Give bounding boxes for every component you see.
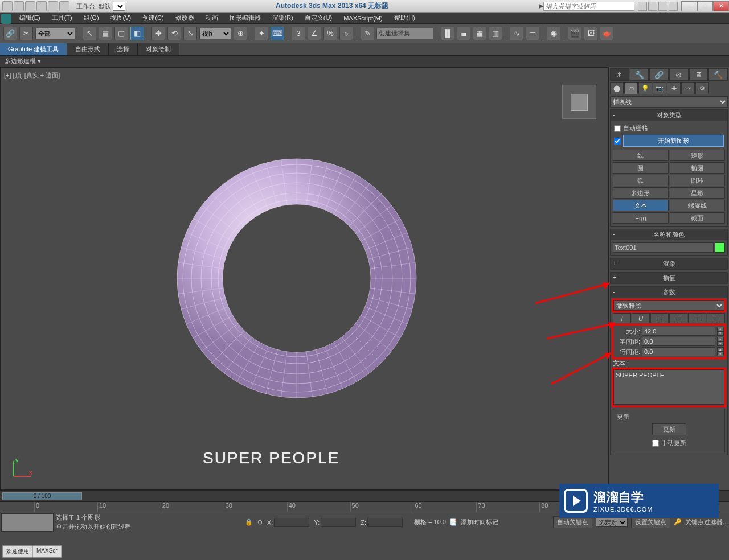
manip-icon[interactable]: ✦ <box>255 27 268 40</box>
lead-up-icon[interactable]: ▴ <box>717 347 724 352</box>
category-select[interactable]: 样条线 <box>610 96 728 108</box>
ribbon-selection[interactable]: 选择 <box>109 43 138 55</box>
update-button[interactable]: 更新 <box>652 423 686 435</box>
named-set-edit-icon[interactable]: ✎ <box>361 27 374 40</box>
italic-button[interactable]: I <box>613 313 631 323</box>
unlink-icon[interactable]: ✂ <box>19 27 33 40</box>
move-icon[interactable]: ✥ <box>151 27 165 40</box>
ribbon-graphite[interactable]: Graphite 建模工具 <box>0 43 67 55</box>
percent-snap-icon[interactable]: % <box>323 27 337 40</box>
rollout-header-name[interactable]: 名称和颜色 <box>611 229 727 240</box>
viewport-text-object[interactable]: SUPER PEOPLE <box>203 449 339 467</box>
lights-subtab-icon[interactable]: 💡 <box>638 82 652 94</box>
rollout-header-render[interactable]: 渲染 <box>611 258 727 269</box>
selection-filter[interactable]: 全部 <box>35 28 75 39</box>
rollout-header-interp[interactable]: 插值 <box>611 273 727 283</box>
select-name-icon[interactable]: ▤ <box>99 27 112 40</box>
select-icon[interactable]: ↖ <box>83 27 96 40</box>
text-input[interactable] <box>613 369 724 405</box>
shape-line[interactable]: 线 <box>613 150 669 161</box>
shape-star[interactable]: 星形 <box>670 187 726 199</box>
maxscript-tab[interactable]: MAXScr <box>33 546 62 557</box>
font-select[interactable]: 微软雅黑 <box>613 300 724 311</box>
viewcube[interactable] <box>562 85 596 119</box>
newshape-checkbox[interactable] <box>614 138 621 145</box>
kerning-input[interactable]: 0.0 <box>642 337 715 346</box>
layer-explorer-icon[interactable]: ▥ <box>489 27 502 40</box>
align-right-icon[interactable]: ≡ <box>688 313 706 323</box>
star-icon[interactable] <box>658 2 667 11</box>
render-icon[interactable]: 🫖 <box>600 27 613 40</box>
comm-center-icon[interactable] <box>648 2 657 11</box>
align-justify-icon[interactable]: ≡ <box>707 313 725 323</box>
shape-donut[interactable]: 圆环 <box>670 175 726 186</box>
time-slider-handle[interactable]: 0 / 100 <box>2 492 82 500</box>
shape-ellipse[interactable]: 椭圆 <box>670 162 726 174</box>
qat-undo-icon[interactable] <box>36 1 47 11</box>
angle-snap-icon[interactable]: ∠ <box>308 27 321 40</box>
menu-rendering[interactable]: 渲染(R) <box>267 13 299 23</box>
lead-down-icon[interactable]: ▾ <box>717 352 724 356</box>
torus-object[interactable] <box>166 147 428 409</box>
binoculars-icon[interactable] <box>638 2 647 11</box>
shape-arc[interactable]: 弧 <box>613 175 669 186</box>
size-up-icon[interactable]: ▴ <box>717 327 724 331</box>
render-thumb[interactable] <box>1 513 54 532</box>
minimize-button[interactable]: − <box>681 1 697 11</box>
scale-icon[interactable]: ⤡ <box>183 27 197 40</box>
rect-region-icon[interactable]: ▢ <box>114 27 128 40</box>
underline-button[interactable]: U <box>632 313 650 323</box>
snap-toggle-icon[interactable]: 3 <box>292 27 305 40</box>
ribbon-panel[interactable]: 多边形建模 ▾ <box>0 56 729 67</box>
qat-open-icon[interactable] <box>14 1 24 11</box>
qat-save-icon[interactable] <box>25 1 35 11</box>
shape-text[interactable]: 文本 <box>613 200 669 211</box>
coord-z-input[interactable] <box>367 518 403 527</box>
workspace-select[interactable] <box>113 2 125 11</box>
viewcube-face-icon[interactable] <box>571 94 588 111</box>
abs-rel-icon[interactable]: ⊕ <box>257 518 263 526</box>
menu-maxscript[interactable]: MAXScript(M) <box>338 14 388 23</box>
menu-grapheditors[interactable]: 图形编辑器 <box>224 13 267 23</box>
qat-redo-icon[interactable] <box>48 1 58 11</box>
qat-project-icon[interactable] <box>59 1 69 11</box>
systems-subtab-icon[interactable]: ⚙ <box>695 82 709 94</box>
named-selection-input[interactable] <box>376 28 433 39</box>
display-tab-icon[interactable]: 🖥 <box>689 68 708 81</box>
ribbon-paint[interactable]: 对象绘制 <box>138 43 179 55</box>
shape-circle[interactable]: 圆 <box>613 162 669 174</box>
align-icon[interactable]: ≣ <box>457 27 470 40</box>
shape-ngon[interactable]: 多边形 <box>613 187 669 199</box>
menu-views[interactable]: 视图(V) <box>105 13 137 23</box>
shape-rectangle[interactable]: 矩形 <box>670 150 726 161</box>
menu-animation[interactable]: 动画 <box>200 13 224 23</box>
rotate-icon[interactable]: ⟲ <box>167 27 181 40</box>
shape-helix[interactable]: 螺旋线 <box>670 200 726 211</box>
align-left-icon[interactable]: ≡ <box>650 313 669 323</box>
align-center-icon[interactable]: ≡ <box>669 313 687 323</box>
newshape-button[interactable]: 开始新图形 <box>623 135 724 147</box>
kern-up-icon[interactable]: ▴ <box>717 337 724 341</box>
helpers-subtab-icon[interactable]: ✚ <box>667 82 681 94</box>
manual-update-checkbox[interactable] <box>652 440 659 447</box>
time-tag-icon[interactable]: 📑 <box>449 518 457 526</box>
close-button[interactable]: ✕ <box>713 1 729 11</box>
lock-icon[interactable]: 🔒 <box>245 518 253 526</box>
hierarchy-tab-icon[interactable]: 🔗 <box>649 68 669 81</box>
size-input[interactable]: 42.0 <box>642 327 715 336</box>
shapes-subtab-icon[interactable]: ⬭ <box>624 82 638 94</box>
menu-help[interactable]: 帮助(H) <box>388 13 421 23</box>
menu-tools[interactable]: 工具(T) <box>46 13 78 23</box>
material-icon[interactable]: ◉ <box>547 27 560 40</box>
pivot-icon[interactable]: ⊕ <box>234 27 247 40</box>
script-tabs[interactable]: 欢迎使用 MAXScr <box>2 545 62 558</box>
keyboard-shortcut-icon[interactable]: ⌨ <box>271 27 284 40</box>
spacewarps-subtab-icon[interactable]: 〰 <box>681 82 695 94</box>
object-name-input[interactable] <box>613 242 714 253</box>
geom-subtab-icon[interactable]: ⬤ <box>610 82 624 94</box>
key-icon[interactable]: 🔑 <box>674 518 682 526</box>
schematic-icon[interactable]: ▭ <box>526 27 539 40</box>
curve-editor-icon[interactable]: ∿ <box>510 27 523 40</box>
autokey-button[interactable]: 自动关键点 <box>553 516 592 528</box>
motion-tab-icon[interactable]: ⊚ <box>669 68 689 81</box>
